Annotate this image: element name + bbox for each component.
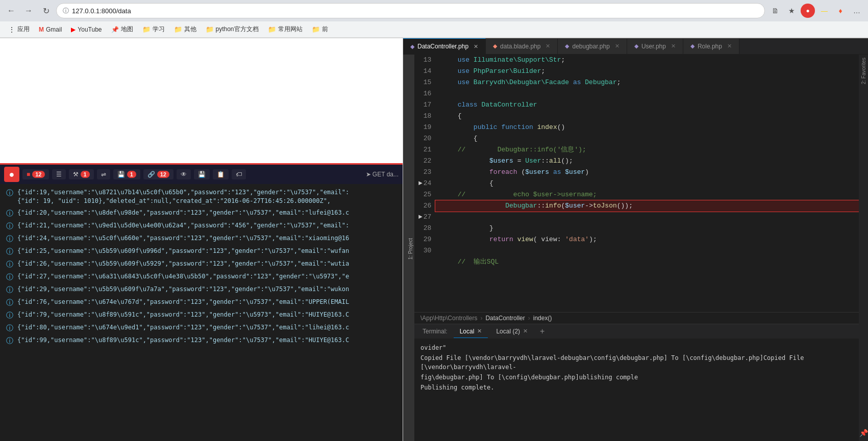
view-icon: 👁 <box>181 171 187 178</box>
line-num-26: 26 <box>418 200 431 212</box>
events-count: 12 <box>157 171 169 178</box>
breadcrumb-sep-2: › <box>528 315 530 322</box>
forward-button[interactable]: → <box>21 4 36 18</box>
bookmark-apps[interactable]: ⋮ 应用 <box>4 23 34 35</box>
tab-close-4[interactable]: ✕ <box>727 43 732 49</box>
bookmark-icon[interactable]: ★ <box>784 4 799 18</box>
favorites-label[interactable]: 2: Favorites <box>860 55 867 87</box>
debug-badge-events[interactable]: 🔗 12 <box>143 169 173 179</box>
translate-icon[interactable]: 🗎 <box>768 4 782 18</box>
data-text-7: {"id":29,"username":"\u5b59\u609f\u7a7a"… <box>17 285 349 294</box>
tab-close-0[interactable]: ✕ <box>474 43 478 50</box>
side-structure-label[interactable]: 7: Structure <box>403 249 404 279</box>
bookmark-other[interactable]: 📁 其他 <box>170 23 201 35</box>
data-row-0: ⓘ {"id":19,"username":"\u8721\u7b14\u5c0… <box>6 188 396 205</box>
tab-close-3[interactable]: ✕ <box>671 43 676 49</box>
bookmark-youtube[interactable]: ▶ YouTube <box>67 24 106 35</box>
folder-study-icon: 📁 <box>142 25 151 33</box>
back-button[interactable]: ← <box>4 4 18 18</box>
line-num-30: 30 <box>418 245 431 256</box>
data-row-3: ⓘ {"id":24,"username":"\u5c0f\u660e","pa… <box>6 234 396 244</box>
tab-role[interactable]: ◆ Role.php ✕ <box>683 39 739 54</box>
bookmark-gmail[interactable]: M Gmail <box>35 24 66 35</box>
gmail-icon: M <box>39 26 44 33</box>
side-project-label[interactable]: 1: Project <box>407 236 414 262</box>
terminal-tab-add[interactable]: + <box>536 324 549 339</box>
data-row-1: ⓘ {"id":20,"username":"\u8def\u98de","pa… <box>6 209 396 218</box>
debug-badge-list[interactable]: ☰ <box>52 169 66 179</box>
terminal-tab-local2-close[interactable]: ✕ <box>523 328 528 334</box>
folder-common-icon: 📁 <box>268 25 276 33</box>
tab-php-icon-2: ◆ <box>565 43 569 49</box>
menu-button[interactable]: … <box>850 4 864 18</box>
info-icon-4: ⓘ <box>6 247 13 256</box>
routes-icon: ⇌ <box>101 171 106 178</box>
line-num-16: 16 <box>418 88 431 99</box>
debug-badge-view[interactable]: 👁 <box>177 169 191 179</box>
bookmark-apps-label: 应用 <box>17 25 30 34</box>
folder-python-icon: 📁 <box>206 25 214 33</box>
tab-close-2[interactable]: ✕ <box>615 43 619 49</box>
tab-php-icon-0: ◆ <box>410 43 414 50</box>
bookmark-maps[interactable]: 📌 地图 <box>107 23 137 35</box>
tab-datacontroller[interactable]: ◆ DataController.php ✕ <box>403 38 486 54</box>
breadcrumb-part-2: DataController <box>485 315 525 322</box>
request-icon: 📋 <box>217 171 225 178</box>
info-icon-8: ⓘ <box>6 298 13 307</box>
bookmark-prev[interactable]: 📁 前 <box>308 23 332 35</box>
debug-badge-routes[interactable]: ⇌ <box>97 169 110 179</box>
debug-badge-messages[interactable]: ■ 12 <box>22 169 49 179</box>
bookmark-common[interactable]: 📁 常用网站 <box>264 23 307 35</box>
code-content: use Illuminate\Support\Str; use PhpParse… <box>435 55 859 312</box>
data-row-7: ⓘ {"id":29,"username":"\u5b59\u609f\u7a7… <box>6 285 396 295</box>
line-num-19: 19 <box>418 122 431 133</box>
debug-badge-db[interactable]: 💾 1 <box>113 169 140 179</box>
tag-icon: 🏷 <box>236 171 242 178</box>
tab-label-1: data.blade.php <box>500 43 540 50</box>
info-icon-1: ⓘ <box>6 209 13 218</box>
terminal-tab-local2[interactable]: Local (2) ✕ <box>490 325 534 338</box>
bookmark-youtube-label: YouTube <box>78 26 102 33</box>
data-row-6: ⓘ {"id":27,"username":"\u6a31\u6843\u5c0… <box>6 272 396 282</box>
pin-icon[interactable]: 📌 <box>859 429 868 441</box>
info-icon-5: ⓘ <box>6 260 13 269</box>
terminal-tab-local-close[interactable]: ✕ <box>477 328 482 334</box>
terminal-tabs-bar: Terminal: Local ✕ Local (2) ✕ + <box>414 324 859 339</box>
data-text-2: {"id":21,"username":"\u9ed1\u5d0e\u4e00\… <box>17 221 349 230</box>
tab-label-2: debugbar.php <box>572 43 609 50</box>
ide-body: 1: Project 7: Structure 13 14 15 16 17 1… <box>403 55 868 441</box>
breadcrumb-sep-1: › <box>480 315 482 322</box>
page-white-area <box>0 38 403 163</box>
data-text-3: {"id":24,"username":"\u5c0f\u660e","pass… <box>17 234 349 243</box>
profile-icon[interactable]: ● <box>801 4 815 18</box>
debug-badge-session[interactable]: 💾 <box>194 169 210 179</box>
info-icon-3: ⓘ <box>6 235 13 244</box>
reload-button[interactable]: ↻ <box>39 4 53 18</box>
debug-badge-queries[interactable]: ⚒ 1 <box>69 169 94 179</box>
tab-blade[interactable]: ◆ data.blade.php ✕ <box>486 39 558 54</box>
debug-badge-request[interactable]: 📋 <box>213 169 229 179</box>
terminal-tab-local[interactable]: Local ✕ <box>454 325 488 338</box>
line-num-21: 21 <box>418 144 431 155</box>
debug-logo[interactable]: ● <box>4 167 19 182</box>
arrow-27: ► <box>418 212 423 223</box>
bookmark-python[interactable]: 📁 python官方文档 <box>202 23 263 35</box>
term-line-2: fig\debugbar.php] To [\config\debugbar.p… <box>420 373 853 382</box>
address-text: 127.0.0.1:8000/data <box>72 7 758 15</box>
bookmark-study[interactable]: 📁 学习 <box>138 23 169 35</box>
brave-icon[interactable]: ♦ <box>833 4 848 18</box>
address-bar[interactable]: ⓘ 127.0.0.1:8000/data <box>56 3 765 18</box>
code-editor: 13 14 15 16 17 18 19 20 21 22 23 ►24 25 … <box>414 55 859 441</box>
extension-icon[interactable]: ⸻ <box>817 4 831 18</box>
tab-user[interactable]: ◆ User.php ✕ <box>627 39 683 54</box>
debug-badge-tag[interactable]: 🏷 <box>232 169 246 179</box>
bookmark-gmail-label: Gmail <box>46 26 62 33</box>
tab-debugbar[interactable]: ◆ debugbar.php ✕ <box>558 39 627 54</box>
breadcrumb-part-1: \App\Http\Controllers <box>420 315 477 322</box>
browser-content-panel: ● ■ 12 ☰ ⚒ 1 ⇌ 💾 1 🔗 12 <box>0 38 403 441</box>
line-num-14: 14 <box>418 66 431 77</box>
messages-count: 12 <box>32 171 44 178</box>
tab-close-1[interactable]: ✕ <box>545 43 550 49</box>
line-num-13: 13 <box>418 55 431 66</box>
ide-panel: ◆ DataController.php ✕ ◆ data.blade.php … <box>403 38 868 441</box>
